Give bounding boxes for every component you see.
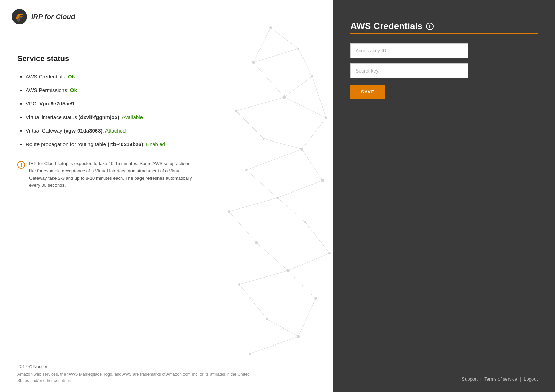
secret-key-input[interactable] xyxy=(350,63,468,78)
right-spacer xyxy=(350,99,538,376)
main-content: Service status AWS Credentials: Ok AWS P… xyxy=(0,33,333,357)
status-label: Virtual Gateway xyxy=(26,128,64,134)
status-label: VPC: xyxy=(26,101,39,106)
support-link[interactable]: Support xyxy=(462,376,478,382)
status-value-route-propagation: Enabled xyxy=(146,141,165,147)
footer-divider-1: | xyxy=(480,376,481,382)
list-item: Route propagation for routing table (rtb… xyxy=(26,140,316,148)
status-label: AWS Credentials: xyxy=(26,74,68,79)
status-colon: : xyxy=(103,128,105,134)
status-bold-dxvif: (dxvif-fggnmjo3) xyxy=(78,114,119,120)
status-value-virtual-interface: Available xyxy=(122,114,143,120)
status-bold-rtb: (rtb-40219b26) xyxy=(108,141,143,147)
info-icon: i xyxy=(17,161,25,169)
right-panel: AWS Credentials i SAVE Support | Terms o… xyxy=(333,0,555,392)
logo-text: IRP for Cloud xyxy=(31,13,75,21)
credentials-title: AWS Credentials i xyxy=(350,21,538,32)
credentials-form: SAVE xyxy=(350,43,468,99)
credentials-header: AWS Credentials i xyxy=(350,21,538,43)
status-value-vpc: Vpc-8e7d5ae9 xyxy=(39,101,74,106)
amazon-link[interactable]: Amazon.com xyxy=(166,372,191,377)
status-bold-vgw: (vgw-01da3068) xyxy=(64,128,103,134)
info-box: i IRP for Cloud setup is expected to tak… xyxy=(17,160,198,189)
credentials-underline xyxy=(350,33,538,34)
list-item: Virtual interface status (dxvif-fggnmjo3… xyxy=(26,113,316,121)
status-label: Route propagation for routing table xyxy=(26,141,108,147)
logout-link[interactable]: Logout xyxy=(524,376,538,382)
status-value-credentials: Ok xyxy=(68,74,75,79)
status-label: Virtual interface status xyxy=(26,114,78,120)
list-item: AWS Permissions: Ok xyxy=(26,86,316,94)
list-item: VPC: Vpc-8e7d5ae9 xyxy=(26,100,316,107)
list-item: AWS Credentials: Ok xyxy=(26,73,316,80)
terms-link[interactable]: Terms of service xyxy=(484,376,517,382)
footer-left: 2017 © Noction Amazon web services, the … xyxy=(0,357,333,392)
credentials-title-text: AWS Credentials xyxy=(350,21,422,32)
footer-right: Support | Terms of service | Logout xyxy=(350,376,538,382)
list-item: Virtual Gateway (vgw-01da3068): Attached xyxy=(26,127,316,134)
status-value-permissions: Ok xyxy=(70,87,77,93)
status-colon: : xyxy=(143,141,146,147)
status-label: AWS Permissions: xyxy=(26,87,70,93)
footer-divider-2: | xyxy=(520,376,521,382)
footer-copyright: 2017 © Noction xyxy=(17,364,316,369)
logo-icon xyxy=(11,8,28,25)
access-key-input[interactable] xyxy=(350,43,468,58)
service-status-title: Service status xyxy=(17,54,316,63)
header: IRP for Cloud xyxy=(0,0,333,33)
info-text: IRP for Cloud setup is expected to take … xyxy=(29,160,198,189)
status-list: AWS Credentials: Ok AWS Permissions: Ok … xyxy=(17,73,316,148)
status-value-virtual-gateway: Attached xyxy=(105,128,126,134)
left-panel: IRP for Cloud xyxy=(0,0,333,392)
logo: IRP for Cloud xyxy=(11,8,75,25)
credentials-info-icon[interactable]: i xyxy=(426,23,434,30)
footer-trademark: Amazon web services, the "AWS Marketplac… xyxy=(17,371,253,384)
save-button[interactable]: SAVE xyxy=(350,85,385,99)
